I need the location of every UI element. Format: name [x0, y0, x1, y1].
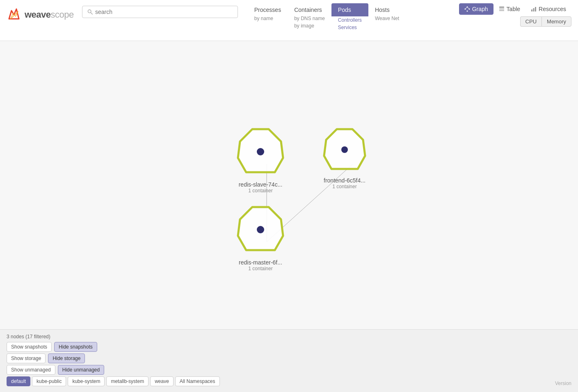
svg-rect-14 — [531, 9, 532, 11]
ns-kube-system[interactable]: kube-system — [68, 376, 105, 386]
view-graph-button[interactable]: Graph — [459, 3, 493, 15]
resource-row: CPU Memory — [520, 16, 571, 27]
search-input[interactable] — [95, 9, 233, 15]
view-type-row: Graph Table Resources — [459, 3, 571, 15]
table-icon — [499, 6, 505, 12]
search-icon — [87, 9, 93, 15]
resources-icon — [531, 6, 537, 12]
svg-point-22 — [341, 146, 348, 153]
svg-rect-11 — [499, 7, 504, 8]
show-snapshots-button[interactable]: Show snapshots — [7, 342, 52, 352]
view-controls: Graph Table Resources CPU — [459, 0, 571, 28]
nav-section: Processes by name Containers by DNS name… — [248, 0, 459, 31]
node-shape-redis-master — [236, 205, 285, 256]
hide-unmanaged-button[interactable]: Hide unmanaged — [58, 365, 104, 375]
nav-hosts[interactable]: Hosts — [368, 3, 406, 15]
svg-point-3 — [88, 10, 91, 13]
svg-rect-15 — [533, 8, 535, 11]
node-shape-redis-slave — [236, 127, 285, 178]
node-redis-slave-sublabel: 1 container — [248, 188, 272, 194]
logo-icon — [7, 7, 21, 22]
ns-metallb-system[interactable]: metallb-system — [106, 376, 148, 386]
logo-text: weavescope — [25, 9, 74, 20]
svg-point-20 — [257, 148, 264, 155]
nav-pods-controllers[interactable]: Controllers — [331, 16, 368, 24]
graph-icon — [464, 6, 470, 12]
svg-point-8 — [466, 11, 468, 12]
nav-pods[interactable]: Pods — [331, 3, 368, 16]
nav-pods-services[interactable]: Services — [331, 24, 368, 31]
node-redis-master-sublabel: 1 container — [248, 266, 272, 271]
svg-rect-12 — [499, 9, 504, 10]
table-label: Table — [507, 6, 520, 12]
node-frontend-sublabel: 1 container — [332, 184, 356, 189]
nav-hosts-weave-net[interactable]: Weave Net — [368, 15, 406, 22]
edges-svg — [0, 41, 578, 336]
svg-rect-13 — [499, 10, 504, 11]
show-unmanaged-button[interactable]: Show unmanaged — [7, 365, 55, 375]
node-frontend[interactable]: frontend-6c5f4... 1 container — [322, 127, 367, 189]
resources-label: Resources — [539, 6, 566, 12]
show-storage-button[interactable]: Show storage — [7, 353, 46, 363]
hide-storage-button[interactable]: Hide storage — [48, 353, 85, 363]
version-text: Version — [555, 381, 571, 386]
svg-line-4 — [91, 13, 92, 14]
node-frontend-label: frontend-6c5f4... — [324, 177, 366, 184]
nav-group-pods: Pods Controllers Services — [331, 3, 368, 31]
graph-container: redis-slave-74c... 1 container frontend-… — [0, 41, 578, 336]
nav-containers[interactable]: Containers — [288, 3, 331, 15]
node-redis-slave-label: redis-slave-74c... — [239, 181, 283, 188]
node-redis-master[interactable]: redis-master-6f... 1 container — [236, 205, 285, 271]
cpu-button[interactable]: CPU — [520, 16, 541, 27]
unmanaged-row: Show unmanaged Hide unmanaged — [7, 365, 571, 375]
graph-label: Graph — [472, 6, 488, 12]
nav-processes-by-name[interactable]: by name — [248, 15, 288, 22]
view-table-button[interactable]: Table — [493, 3, 525, 15]
svg-line-9 — [465, 7, 467, 9]
header: weavescope Processes by name Containers … — [0, 0, 578, 41]
node-shape-frontend — [322, 127, 367, 174]
ns-default[interactable]: default — [7, 376, 30, 386]
svg-line-10 — [467, 7, 469, 9]
main-graph-area: redis-slave-74c... 1 container frontend-… — [0, 41, 578, 336]
snapshots-row: Show snapshots Hide snapshots — [7, 342, 571, 352]
nav-group-containers: Containers by DNS name by image — [288, 3, 331, 30]
node-redis-slave[interactable]: redis-slave-74c... 1 container — [236, 127, 285, 194]
svg-point-24 — [257, 226, 264, 233]
bottom-bar: 3 nodes (17 filtered) Show snapshots Hid… — [0, 329, 578, 392]
nav-processes[interactable]: Processes — [248, 3, 288, 15]
ns-kube-public[interactable]: kube-public — [32, 376, 66, 386]
hide-snapshots-button[interactable]: Hide snapshots — [54, 342, 97, 352]
node-redis-master-label: redis-master-6f... — [239, 259, 282, 266]
nav-containers-by-dns[interactable]: by DNS name — [288, 15, 331, 22]
svg-rect-16 — [535, 7, 536, 11]
ns-all-namespaces[interactable]: All Namespaces — [175, 376, 220, 386]
ns-weave[interactable]: weave — [150, 376, 174, 386]
storage-row: Show storage Hide storage — [7, 353, 571, 363]
node-count: 3 nodes (17 filtered) — [7, 334, 571, 340]
search-box[interactable] — [82, 6, 238, 18]
logo[interactable]: weavescope — [7, 0, 74, 22]
view-resources-button[interactable]: Resources — [525, 3, 571, 15]
nav-group-processes: Processes by name — [248, 3, 288, 22]
nav-group-hosts: Hosts Weave Net — [368, 3, 406, 22]
memory-button[interactable]: Memory — [541, 16, 571, 27]
nav-containers-by-image[interactable]: by image — [288, 22, 331, 30]
namespaces-row: default kube-public kube-system metallb-… — [7, 376, 571, 386]
